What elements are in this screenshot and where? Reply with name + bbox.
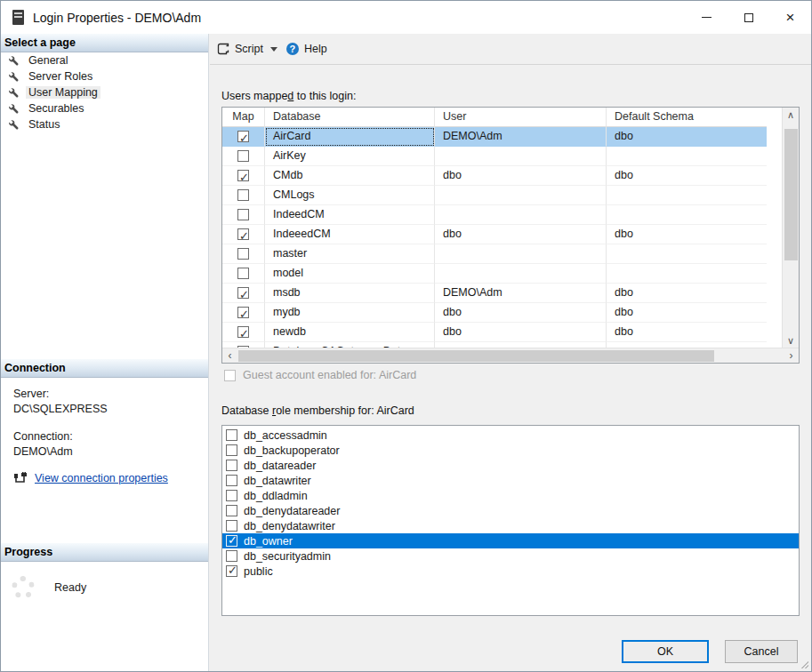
map-checkbox[interactable] <box>237 150 249 162</box>
role-list-item[interactable]: db_datawriter <box>222 473 799 488</box>
column-header-user[interactable]: User <box>435 108 607 127</box>
default-schema-cell[interactable]: dbo <box>607 166 767 186</box>
map-checkbox[interactable] <box>237 189 249 201</box>
database-cell[interactable]: AirKey <box>265 147 435 166</box>
close-button[interactable]: × <box>769 1 811 34</box>
default-schema-cell[interactable] <box>607 205 767 225</box>
table-row[interactable]: msdb DEMO\Adm dbo <box>222 284 799 303</box>
scroll-right-icon[interactable]: › <box>784 348 799 363</box>
database-cell[interactable]: msdb <box>265 284 435 303</box>
database-cell[interactable]: CMLogs <box>265 186 435 205</box>
default-schema-cell[interactable]: dbo <box>607 303 767 323</box>
table-row[interactable]: CMLogs <box>222 186 799 205</box>
map-checkbox[interactable] <box>237 228 249 240</box>
table-row[interactable]: mydb dbo dbo <box>222 303 799 323</box>
user-cell[interactable]: dbo <box>435 166 607 186</box>
resize-grip[interactable] <box>801 661 808 668</box>
user-cell[interactable]: dbo <box>435 303 607 323</box>
map-checkbox[interactable] <box>237 170 249 181</box>
sidebar-item-general[interactable]: General <box>1 52 208 68</box>
role-checkbox[interactable] <box>226 460 237 471</box>
ok-button[interactable]: OK <box>622 640 709 663</box>
default-schema-cell[interactable] <box>607 244 767 264</box>
user-cell[interactable]: dbo <box>435 323 607 342</box>
map-checkbox[interactable] <box>237 131 249 142</box>
map-checkbox[interactable] <box>237 326 249 338</box>
chevron-down-icon[interactable] <box>270 47 277 52</box>
horizontal-scrollbar[interactable]: ‹ › <box>222 348 799 363</box>
scroll-up-icon[interactable]: ∧ <box>783 108 799 123</box>
role-list-item[interactable]: db_datareader <box>222 458 799 473</box>
default-schema-cell[interactable]: dbo <box>607 323 767 342</box>
role-checkbox[interactable] <box>226 444 237 456</box>
database-cell[interactable]: IndeeedCM <box>265 225 435 244</box>
database-cell[interactable]: master <box>265 244 435 264</box>
table-row[interactable]: model <box>222 264 799 284</box>
role-checkbox[interactable] <box>226 550 237 562</box>
role-checkbox[interactable] <box>226 535 237 547</box>
database-cell[interactable]: model <box>265 264 435 284</box>
column-header-map[interactable]: Map <box>222 108 265 127</box>
user-cell[interactable]: dbo <box>435 225 607 244</box>
sidebar-item-server-roles[interactable]: Server Roles <box>1 68 208 84</box>
role-checkbox[interactable] <box>226 565 237 577</box>
table-row[interactable]: AirKey <box>222 147 799 166</box>
column-header-default-schema[interactable]: Default Schema <box>607 108 767 127</box>
cancel-button[interactable]: Cancel <box>725 640 798 663</box>
minimize-button[interactable] <box>686 1 728 34</box>
user-cell[interactable] <box>435 264 607 284</box>
default-schema-cell[interactable]: dbo <box>607 284 767 303</box>
sidebar-item-status[interactable]: Status <box>1 116 208 132</box>
user-cell[interactable] <box>435 244 607 264</box>
default-schema-cell[interactable]: dbo <box>607 127 767 147</box>
role-list-item[interactable]: db_denydatareader <box>222 503 799 518</box>
map-checkbox[interactable] <box>237 268 249 279</box>
user-cell[interactable] <box>435 205 607 225</box>
vertical-scrollbar[interactable]: ∧ ∨ <box>782 108 799 348</box>
user-cell[interactable]: DEMO\Adm <box>435 127 607 147</box>
map-checkbox[interactable] <box>237 209 249 220</box>
table-row[interactable]: newdb dbo dbo <box>222 323 799 342</box>
role-list-item[interactable]: db_denydatawriter <box>222 518 799 533</box>
sidebar-item-user-mapping[interactable]: User Mapping <box>1 84 208 100</box>
role-checkbox[interactable] <box>226 475 237 486</box>
default-schema-cell[interactable] <box>607 186 767 205</box>
role-list-item[interactable]: db_ddladmin <box>222 488 799 503</box>
default-schema-cell[interactable] <box>607 147 767 166</box>
database-cell[interactable]: AirCard <box>265 127 435 147</box>
user-cell[interactable] <box>435 147 607 166</box>
role-list-item[interactable]: db_owner <box>222 533 799 548</box>
role-checkbox[interactable] <box>226 520 237 532</box>
user-cell[interactable] <box>435 186 607 205</box>
default-schema-cell[interactable] <box>607 264 767 284</box>
role-list-item[interactable]: public <box>222 564 799 579</box>
role-list-item[interactable]: db_backupoperator <box>222 443 799 458</box>
sidebar-item-securables[interactable]: Securables <box>1 100 208 116</box>
scroll-left-icon[interactable]: ‹ <box>222 348 237 363</box>
maximize-button[interactable] <box>728 1 769 34</box>
help-button[interactable]: Help <box>304 43 327 55</box>
role-checkbox[interactable] <box>226 490 237 501</box>
column-header-database[interactable]: Database <box>265 108 435 127</box>
view-connection-properties-link[interactable]: View connection properties <box>35 471 168 486</box>
table-row[interactable]: AirCard DEMO\Adm dbo <box>222 127 799 147</box>
database-cell[interactable]: mydb <box>265 303 435 323</box>
role-list-item[interactable]: db_accessadmin <box>222 428 799 443</box>
map-checkbox[interactable] <box>237 287 249 299</box>
scroll-down-icon[interactable]: ∨ <box>783 333 799 348</box>
database-cell[interactable]: newdb <box>265 323 435 342</box>
role-list-item[interactable]: db_securityadmin <box>222 548 799 564</box>
table-row[interactable]: IndeedCM <box>222 205 799 225</box>
script-button[interactable]: Script <box>235 43 263 55</box>
table-row[interactable]: master <box>222 244 799 264</box>
default-schema-cell[interactable]: dbo <box>607 225 767 244</box>
database-cell[interactable]: CMdb <box>265 166 435 186</box>
database-cell[interactable]: IndeedCM <box>265 205 435 225</box>
user-cell[interactable]: DEMO\Adm <box>435 284 607 303</box>
map-checkbox[interactable] <box>237 307 249 318</box>
role-checkbox[interactable] <box>226 429 237 441</box>
table-row[interactable]: IndeeedCM dbo dbo <box>222 225 799 244</box>
map-checkbox[interactable] <box>237 248 249 260</box>
table-row[interactable]: CMdb dbo dbo <box>222 166 799 186</box>
vertical-scroll-thumb[interactable] <box>784 129 798 260</box>
